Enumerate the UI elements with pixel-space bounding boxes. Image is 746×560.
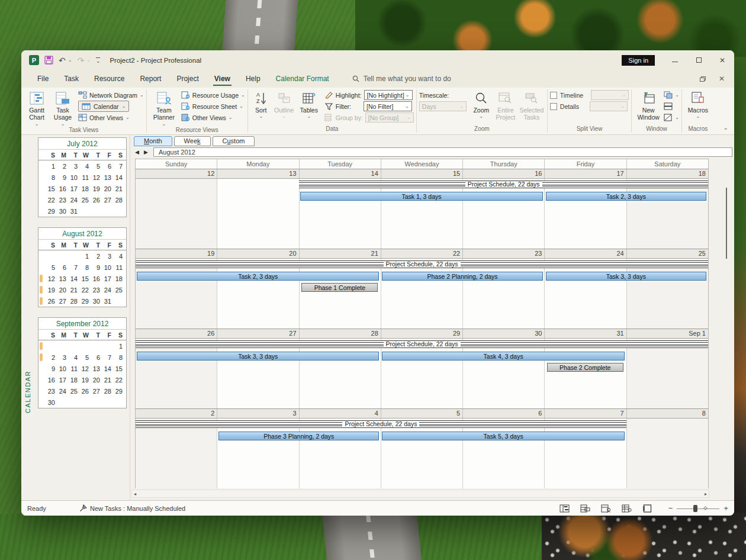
mini-calendar-day[interactable]: 3 (102, 253, 114, 260)
mini-calendar-day[interactable]: 14 (114, 174, 125, 181)
tab-task[interactable]: Task (56, 70, 86, 88)
mini-calendar-day[interactable]: 2 (57, 163, 69, 170)
task-usage-view-icon[interactable] (580, 504, 591, 513)
day-cell[interactable] (381, 259, 462, 329)
close-button[interactable]: ✕ (710, 50, 734, 70)
day-cell[interactable] (544, 339, 626, 408)
mini-calendar-day[interactable]: 7 (114, 163, 125, 170)
task-bar[interactable]: Phase 3 Planning, 2 days (218, 432, 379, 440)
mini-calendar-day[interactable]: 7 (69, 264, 80, 271)
day-cell[interactable] (544, 179, 626, 249)
date-cell[interactable]: 8 (626, 409, 708, 418)
mini-calendar-day[interactable]: 26 (46, 298, 57, 305)
resource-sheet-button[interactable]: Resource Sheet ⌄ (181, 101, 245, 112)
mini-calendar-day[interactable]: 12 (46, 275, 57, 282)
day-cell[interactable] (626, 179, 708, 249)
mini-calendar-day[interactable]: 8 (114, 354, 125, 361)
team-planner-button[interactable]: Team Planner ⌄ (149, 89, 179, 127)
milestone-bar[interactable]: Phase 2 Complete (547, 363, 623, 372)
mini-calendar-day[interactable]: 23 (91, 287, 102, 294)
horizontal-scrollbar[interactable]: ◂ ▸ (131, 490, 709, 498)
task-bar[interactable]: Task 3, 3 days (546, 272, 706, 281)
mini-calendar-day[interactable]: 18 (80, 185, 91, 192)
day-cell[interactable] (381, 419, 462, 488)
scroll-right-icon[interactable]: ▸ (705, 491, 707, 497)
mini-calendar-day[interactable]: 16 (46, 376, 57, 384)
hide-window-button[interactable]: ⌄ (664, 112, 679, 123)
zoom-out-icon[interactable]: − (668, 504, 673, 513)
scroll-left-icon[interactable]: ◂ (134, 491, 136, 497)
date-cell[interactable]: 23 (462, 249, 544, 258)
project-summary-bar[interactable]: Project Schedule, 22 days (299, 181, 708, 188)
mini-calendar-day[interactable]: 4 (80, 163, 91, 170)
new-window-button[interactable]: New Window (634, 89, 663, 121)
mini-calendar-day[interactable]: 5 (80, 354, 91, 361)
mini-calendar-day[interactable]: 5 (46, 264, 57, 271)
calendar-view-button[interactable]: Calendar ⌄ (78, 101, 144, 112)
mini-calendar-day[interactable]: 7 (102, 354, 114, 361)
sort-button[interactable]: AZ Sort ⌄ (250, 89, 272, 120)
mini-calendar-day[interactable]: 26 (80, 388, 91, 395)
date-cell[interactable]: 3 (217, 409, 298, 418)
day-cell[interactable] (626, 259, 708, 329)
date-cell[interactable]: 6 (462, 409, 544, 418)
mini-calendar-day[interactable]: 22 (114, 376, 125, 384)
mini-calendar-day[interactable]: 21 (114, 185, 125, 192)
date-cell[interactable]: 29 (381, 329, 462, 338)
project-summary-bar[interactable]: Project Schedule, 22 days (136, 340, 708, 348)
mini-calendar-day[interactable]: 3 (69, 163, 80, 170)
date-cell[interactable]: 21 (299, 249, 381, 258)
mini-calendar-day[interactable]: 18 (114, 275, 125, 282)
gantt-chart-button[interactable]: Gantt Chart ⌄ (24, 89, 50, 127)
gantt-chart-view-icon[interactable] (559, 504, 570, 513)
mini-calendar-day[interactable]: 5 (91, 163, 102, 170)
task-bar[interactable]: Task 2, 3 days (137, 272, 379, 281)
day-cell[interactable] (217, 179, 298, 249)
tables-button[interactable]: Tables ⌄ (297, 89, 321, 120)
mini-calendar-day[interactable]: 24 (69, 197, 80, 204)
date-cell[interactable]: Sep 1 (626, 329, 708, 338)
highlight-dropdown[interactable]: [No Highlight]⌄ (364, 90, 413, 100)
mini-calendar-day[interactable]: 10 (102, 264, 114, 271)
mini-calendar-day[interactable]: 27 (57, 298, 69, 305)
mini-calendar-day[interactable]: 9 (91, 264, 102, 271)
mini-calendar-day[interactable]: 15 (80, 275, 91, 282)
project-summary-bar[interactable]: Project Schedule, 22 days (136, 260, 708, 268)
task-bar[interactable]: Task 5, 3 days (382, 432, 624, 440)
zoom-in-icon[interactable]: + (724, 504, 728, 513)
mini-calendar-day[interactable]: 24 (57, 388, 69, 395)
date-cell[interactable]: 2 (136, 409, 217, 418)
date-cell[interactable]: 25 (626, 249, 708, 258)
close-document-icon[interactable]: ✕ (719, 75, 725, 83)
mini-calendar-title[interactable]: July 2012 (38, 138, 126, 150)
date-cell[interactable]: 13 (217, 169, 298, 178)
tell-me-search[interactable]: Tell me what you want to do (352, 70, 451, 88)
minimize-button[interactable] (663, 50, 687, 70)
mini-calendar-day[interactable]: 13 (91, 365, 102, 372)
tab-resource[interactable]: Resource (86, 70, 132, 88)
mini-calendar-day[interactable]: 22 (46, 197, 57, 204)
day-cell[interactable] (299, 259, 381, 329)
mini-calendar-day[interactable]: 29 (80, 298, 91, 305)
day-cell[interactable] (136, 339, 217, 408)
mini-calendar-day[interactable]: 6 (57, 264, 69, 271)
mini-calendar-day[interactable]: 19 (46, 287, 57, 294)
milestone-bar[interactable]: Phase 1 Complete (301, 283, 378, 292)
mini-calendar-day[interactable]: 20 (91, 376, 102, 384)
mini-calendar-day[interactable]: 21 (69, 287, 80, 294)
mini-calendar-day[interactable]: 13 (102, 174, 114, 181)
restore-window-icon[interactable] (700, 76, 706, 82)
calendar-view-strip-label[interactable]: CALENDAR (24, 371, 31, 413)
day-cell[interactable] (136, 419, 217, 488)
mini-calendar-day[interactable]: 9 (46, 365, 57, 372)
collapse-ribbon-icon[interactable]: ⌄ (724, 124, 728, 131)
mini-calendar-day[interactable]: 24 (102, 287, 114, 294)
filter-dropdown[interactable]: [No Filter]⌄ (364, 101, 412, 111)
mini-calendar-day[interactable]: 23 (46, 388, 57, 395)
date-cell[interactable]: 18 (626, 169, 708, 178)
day-cell[interactable] (299, 339, 381, 408)
mini-calendar-day[interactable]: 10 (69, 174, 80, 181)
mini-calendar-day[interactable]: 21 (102, 376, 114, 384)
mini-calendar-day[interactable]: 1 (114, 343, 125, 350)
undo-icon[interactable]: ↶ (59, 56, 66, 65)
